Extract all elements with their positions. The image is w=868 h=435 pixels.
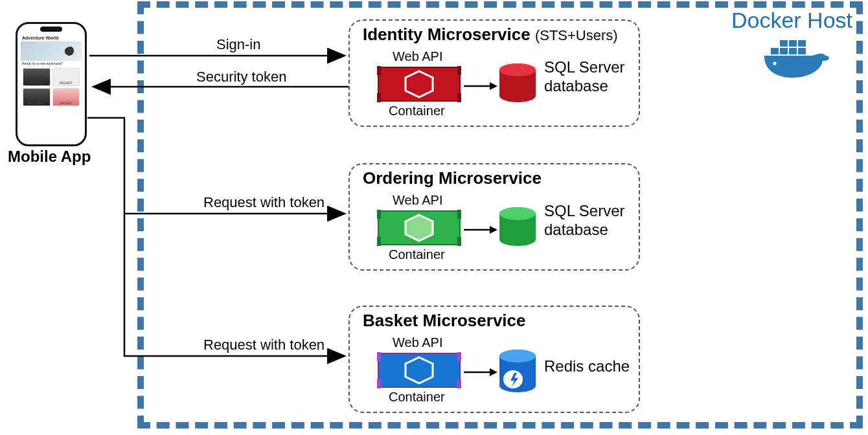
phone-product-item: JACKET (52, 88, 80, 106)
identity-db-label: SQL Serverdatabase (544, 58, 625, 96)
identity-webapi-label: Web API (393, 49, 442, 64)
svg-rect-20 (377, 237, 381, 246)
request-token-label-2: Request with token (203, 337, 325, 353)
ordering-webapi-label: Web API (393, 193, 442, 208)
svg-rect-10 (377, 93, 381, 102)
basket-microservice-box: Basket Microservice Web API Container (348, 306, 640, 413)
svg-rect-0 (771, 48, 779, 54)
ordering-container-icon (377, 210, 461, 246)
svg-point-37 (499, 350, 536, 362)
svg-rect-12 (457, 93, 461, 102)
phone-hero-image (21, 41, 82, 61)
basket-title-text: Basket Microservice (363, 311, 525, 330)
identity-inner-arrow-icon (464, 82, 497, 93)
svg-rect-9 (377, 66, 381, 75)
ordering-container-label: Container (389, 247, 445, 262)
mobile-app-label: Mobile App (8, 148, 91, 166)
identity-title: Identity Microservice (STS+Users) (363, 25, 618, 45)
svg-rect-2 (789, 48, 797, 54)
svg-rect-19 (377, 210, 381, 219)
svg-rect-32 (457, 379, 461, 388)
docker-host-label: Docker Host (731, 8, 852, 33)
basket-title: Basket Microservice (363, 311, 525, 331)
basket-inner-arrow-icon (464, 368, 497, 379)
phone-hero-caption: Ready for a new adventure? (21, 61, 82, 66)
ordering-database-icon (497, 206, 538, 254)
security-token-label: Security token (196, 69, 286, 85)
phone-product-item: HELMET (52, 68, 80, 86)
phone-app-title: Adventure World (21, 34, 82, 40)
basket-redis-icon (497, 348, 538, 400)
phone-product-item: ADIDAS (23, 68, 51, 86)
svg-rect-6 (798, 40, 806, 47)
identity-container-icon (377, 66, 461, 102)
phone-product-item: BACKPACK (23, 88, 51, 106)
svg-rect-31 (457, 352, 461, 361)
ordering-db-label: SQL Serverdatabase (544, 202, 625, 240)
svg-rect-22 (457, 237, 461, 246)
identity-container-label: Container (389, 104, 445, 118)
ordering-inner-arrow-icon (464, 225, 497, 237)
basket-db-label: Redis cache (544, 357, 630, 376)
request-token-label-1: Request with token (203, 194, 325, 211)
ordering-title-text: Ordering Microservice (363, 168, 542, 188)
svg-rect-21 (457, 210, 461, 219)
svg-rect-1 (780, 48, 788, 54)
svg-marker-15 (490, 82, 497, 90)
identity-title-text: Identity Microservice (363, 25, 531, 44)
diagram-canvas: Docker Host Adventure World Ready for a … (0, 0, 868, 435)
svg-rect-3 (798, 48, 806, 54)
svg-rect-11 (457, 66, 461, 75)
identity-microservice-box: Identity Microservice (STS+Users) Web AP… (348, 19, 640, 127)
svg-point-17 (499, 63, 536, 76)
basket-container-label: Container (389, 390, 445, 405)
svg-rect-8 (378, 67, 460, 101)
svg-marker-35 (490, 368, 497, 376)
svg-rect-30 (377, 379, 381, 388)
svg-rect-28 (378, 353, 460, 387)
basket-webapi-label: Web API (393, 335, 442, 350)
mobile-phone-illustration: Adventure World Ready for a new adventur… (16, 22, 87, 146)
svg-rect-5 (789, 40, 797, 47)
svg-rect-29 (377, 352, 381, 361)
ordering-title: Ordering Microservice (363, 168, 542, 188)
svg-marker-25 (490, 226, 497, 234)
svg-point-7 (773, 61, 776, 65)
svg-point-27 (499, 207, 536, 220)
svg-marker-23 (405, 215, 433, 241)
identity-subtitle: (STS+Users) (535, 27, 618, 43)
svg-rect-4 (780, 40, 788, 47)
ordering-microservice-box: Ordering Microservice Web API Container (348, 163, 640, 271)
identity-database-icon (497, 62, 538, 110)
signin-label: Sign-in (216, 36, 260, 53)
docker-whale-icon (759, 36, 830, 84)
basket-container-icon (377, 352, 461, 388)
